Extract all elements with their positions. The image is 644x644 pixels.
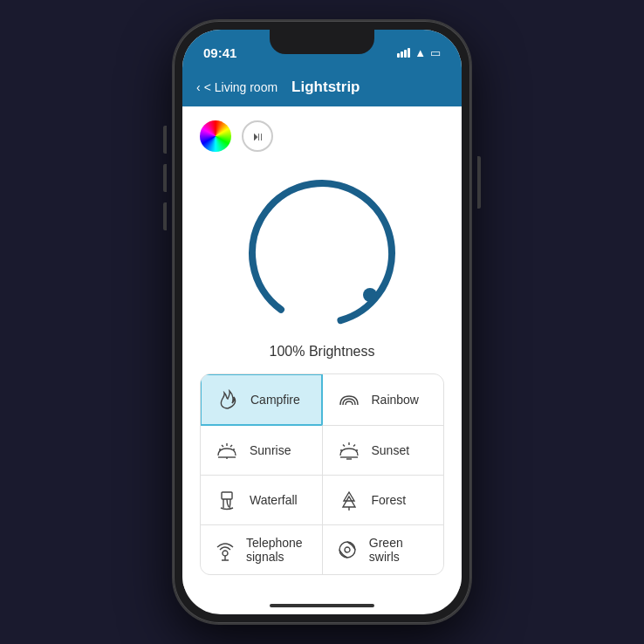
scenes-grid: Campfire Rainbow xyxy=(200,373,444,575)
battery-icon: ▭ xyxy=(430,46,441,59)
green-swirls-icon xyxy=(335,536,360,564)
status-icons: ▲ ▭ xyxy=(397,46,441,59)
green-swirls-label: Green swirls xyxy=(369,536,431,564)
back-label: < Living room xyxy=(204,80,277,94)
sunset-icon xyxy=(335,436,363,464)
sunrise-icon xyxy=(213,436,241,464)
sunset-label: Sunset xyxy=(372,443,410,457)
notch xyxy=(270,30,374,54)
forest-label: Forest xyxy=(372,493,407,507)
brightness-dial[interactable]: 100% Brightness xyxy=(200,166,444,360)
scene-campfire[interactable]: Campfire xyxy=(200,373,323,426)
status-time: 09:41 xyxy=(203,45,236,60)
play-pause-icon: ⏯ xyxy=(251,129,264,143)
scene-rainbow[interactable]: Rainbow xyxy=(323,374,444,425)
nav-title: Lightstrip xyxy=(291,79,360,96)
content-area: ⏯ 100% Brightness xyxy=(182,106,462,589)
waterfall-icon xyxy=(213,486,241,514)
svg-rect-17 xyxy=(222,492,232,499)
scene-sunrise[interactable]: Sunrise xyxy=(201,426,322,475)
campfire-label: Campfire xyxy=(250,393,300,407)
nav-bar: ‹ < Living room Lightstrip xyxy=(182,68,462,106)
svg-point-0 xyxy=(235,166,409,340)
svg-point-21 xyxy=(223,551,228,556)
scene-waterfall[interactable]: Waterfall xyxy=(201,476,322,524)
phone-frame: 09:41 ▲ ▭ ‹ < Living room Lightstrip xyxy=(174,21,470,623)
svg-line-4 xyxy=(222,445,223,447)
back-chevron-icon: ‹ xyxy=(196,80,201,94)
wifi-icon: ▲ xyxy=(414,46,426,59)
svg-line-11 xyxy=(343,445,345,447)
home-indicator[interactable] xyxy=(270,604,374,607)
scene-green-swirls[interactable]: Green swirls xyxy=(323,525,444,574)
svg-point-2 xyxy=(363,288,377,302)
svg-line-12 xyxy=(353,445,355,447)
waterfall-label: Waterfall xyxy=(250,493,298,507)
scene-telephone-signals[interactable]: Telephone signals xyxy=(201,525,322,574)
svg-line-5 xyxy=(230,445,232,447)
svg-marker-19 xyxy=(343,497,355,507)
svg-point-25 xyxy=(345,547,350,552)
scene-forest[interactable]: Forest xyxy=(323,476,444,524)
back-button[interactable]: ‹ < Living room xyxy=(196,80,277,94)
status-bar: 09:41 ▲ ▭ xyxy=(182,30,462,68)
rainbow-icon xyxy=(335,386,363,414)
dial-svg[interactable] xyxy=(235,166,409,340)
svg-point-24 xyxy=(339,542,355,558)
telephone-signals-icon xyxy=(213,536,237,564)
forest-icon xyxy=(335,486,363,514)
rainbow-label: Rainbow xyxy=(372,393,419,407)
signal-icon xyxy=(397,48,410,58)
sunrise-label: Sunrise xyxy=(250,443,291,457)
brightness-label: 100% Brightness xyxy=(270,344,375,360)
phone-screen: 09:41 ▲ ▭ ‹ < Living room Lightstrip xyxy=(182,30,462,614)
svg-point-1 xyxy=(235,166,409,340)
color-wheel-button[interactable] xyxy=(200,120,231,152)
campfire-icon xyxy=(214,386,242,414)
top-controls: ⏯ xyxy=(200,120,444,152)
play-pause-button[interactable]: ⏯ xyxy=(242,120,273,152)
scene-sunset[interactable]: Sunset xyxy=(323,426,444,475)
telephone-signals-label: Telephone signals xyxy=(246,536,310,564)
